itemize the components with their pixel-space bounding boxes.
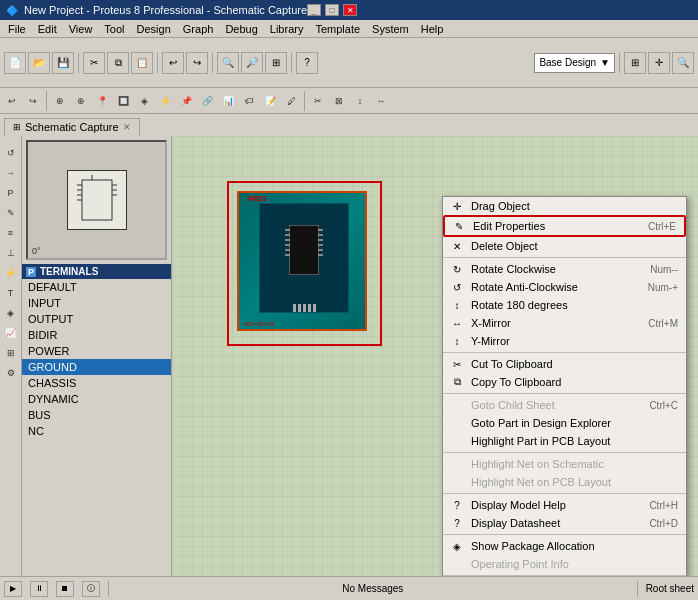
tb2-btn10[interactable]: 🔗	[197, 91, 217, 111]
menu-item-design[interactable]: Design	[131, 22, 177, 36]
ctx-item-show-package[interactable]: ◈Show Package Allocation	[443, 537, 686, 555]
tb2-btn18[interactable]: ↔	[371, 91, 391, 111]
zoom2-btn[interactable]: 🔍	[672, 52, 694, 74]
tab-label: Schematic Capture	[25, 121, 119, 133]
tb2-btn17[interactable]: ↕	[350, 91, 370, 111]
tb2-btn9[interactable]: 📌	[176, 91, 196, 111]
maximize-button[interactable]: □	[325, 4, 339, 16]
zoom-out-btn[interactable]: 🔎	[241, 52, 263, 74]
play-button[interactable]: ▶	[4, 581, 22, 597]
lt-terminal-btn[interactable]: ⊥	[2, 244, 20, 262]
arduino-board[interactable]: ARD1	[237, 191, 367, 331]
grid-btn[interactable]: ⊞	[624, 52, 646, 74]
ctx-item-drag-object[interactable]: ✛Drag Object	[443, 197, 686, 215]
tb2-btn3[interactable]: ⊕	[50, 91, 70, 111]
terminal-item-power[interactable]: POWER	[22, 343, 171, 359]
open-btn[interactable]: 📂	[28, 52, 50, 74]
ctx-label-rotate-180: Rotate 180 degrees	[471, 299, 568, 311]
lt-text-btn[interactable]: T	[2, 284, 20, 302]
tb2-btn4[interactable]: ⊕	[71, 91, 91, 111]
new-btn[interactable]: 📄	[4, 52, 26, 74]
terminal-item-default[interactable]: DEFAULT	[22, 279, 171, 295]
terminal-item-input[interactable]: INPUT	[22, 295, 171, 311]
canvas-area[interactable]: ARD1	[172, 136, 698, 576]
move-btn[interactable]: ✛	[648, 52, 670, 74]
pause-button[interactable]: ⏸	[30, 581, 48, 597]
terminal-item-dynamic[interactable]: DYNAMIC	[22, 391, 171, 407]
tab-schematic-capture[interactable]: ⊞ Schematic Capture ✕	[4, 118, 140, 136]
undo-btn[interactable]: ↩	[162, 52, 184, 74]
lt-select-btn[interactable]: ↺	[2, 144, 20, 162]
tb2-btn11[interactable]: 📊	[218, 91, 238, 111]
ctx-shortcut-display-model: Ctrl+H	[649, 500, 678, 511]
info-button[interactable]: ⓘ	[82, 581, 100, 597]
tb2-btn14[interactable]: 🖊	[281, 91, 301, 111]
ctx-separator	[443, 352, 686, 353]
tb2-btn15[interactable]: ✂	[308, 91, 328, 111]
window-controls[interactable]: _ □ ✕	[307, 4, 357, 16]
stop-button[interactable]: ⏹	[56, 581, 74, 597]
minimize-button[interactable]: _	[307, 4, 321, 16]
ctx-item-edit-properties[interactable]: ✎Edit PropertiesCtrl+E	[443, 215, 686, 237]
tb2-btn2[interactable]: ↪	[23, 91, 43, 111]
menu-item-help[interactable]: Help	[415, 22, 450, 36]
lt-generator-btn[interactable]: ⚙	[2, 364, 20, 382]
ctx-item-display-model[interactable]: ?Display Model HelpCtrl+H	[443, 496, 686, 514]
tb2-btn6[interactable]: 🔲	[113, 91, 133, 111]
close-button[interactable]: ✕	[343, 4, 357, 16]
lt-place-btn[interactable]: P	[2, 184, 20, 202]
ctx-item-highlight-pcb[interactable]: Highlight Part in PCB Layout	[443, 432, 686, 450]
tb2-btn13[interactable]: 📝	[260, 91, 280, 111]
fit-btn[interactable]: ⊞	[265, 52, 287, 74]
ctx-item-display-datasheet[interactable]: ?Display DatasheetCtrl+D	[443, 514, 686, 532]
tb2-btn8[interactable]: ⚡	[155, 91, 175, 111]
tb2-btn12[interactable]: 🏷	[239, 91, 259, 111]
ctx-item-rotate-acw[interactable]: ↺Rotate Anti-ClockwiseNum-+	[443, 278, 686, 296]
ctx-item-cut-clipboard[interactable]: ✂Cut To Clipboard	[443, 355, 686, 373]
help-btn[interactable]: ?	[296, 52, 318, 74]
ctx-item-op-point: Operating Point Info	[443, 555, 686, 573]
redo-btn[interactable]: ↪	[186, 52, 208, 74]
terminals-title: TERMINALS	[40, 266, 98, 277]
lt-power-btn[interactable]: ⚡	[2, 264, 20, 282]
menu-item-view[interactable]: View	[63, 22, 99, 36]
zoom-in-btn[interactable]: 🔍	[217, 52, 239, 74]
menu-item-debug[interactable]: Debug	[219, 22, 263, 36]
terminal-item-bidir[interactable]: BIDIR	[22, 327, 171, 343]
menu-item-file[interactable]: File	[2, 22, 32, 36]
menu-item-template[interactable]: Template	[309, 22, 366, 36]
base-design-dropdown[interactable]: Base Design ▼	[534, 53, 615, 73]
ctx-item-rotate-180[interactable]: ↕Rotate 180 degrees	[443, 296, 686, 314]
paste-btn[interactable]: 📋	[131, 52, 153, 74]
tb2-btn7[interactable]: ◈	[134, 91, 154, 111]
ctx-item-goto-part[interactable]: Goto Part in Design Explorer	[443, 414, 686, 432]
tab-close-icon[interactable]: ✕	[123, 122, 131, 132]
tb2-btn5[interactable]: 📍	[92, 91, 112, 111]
terminal-item-ground[interactable]: GROUND	[22, 359, 171, 375]
menu-item-library[interactable]: Library	[264, 22, 310, 36]
ctx-item-delete-object[interactable]: ✕Delete Object	[443, 237, 686, 255]
tb2-btn16[interactable]: ⊠	[329, 91, 349, 111]
terminal-item-bus[interactable]: BUS	[22, 407, 171, 423]
tb2-btn1[interactable]: ↩	[2, 91, 22, 111]
copy-btn[interactable]: ⧉	[107, 52, 129, 74]
terminal-item-nc[interactable]: NC	[22, 423, 171, 439]
menu-item-graph[interactable]: Graph	[177, 22, 220, 36]
ctx-item-x-mirror[interactable]: ↔X-MirrorCtrl+M	[443, 314, 686, 332]
lt-arrow-btn[interactable]: →	[2, 164, 20, 182]
lt-wire-btn[interactable]: ✎	[2, 204, 20, 222]
ctx-item-rotate-cw[interactable]: ↻Rotate ClockwiseNum--	[443, 260, 686, 278]
lt-graph-btn[interactable]: 📈	[2, 324, 20, 342]
menu-item-tool[interactable]: Tool	[98, 22, 130, 36]
ctx-item-y-mirror[interactable]: ↕Y-Mirror	[443, 332, 686, 350]
cut-btn[interactable]: ✂	[83, 52, 105, 74]
ctx-item-copy-clipboard[interactable]: ⧉Copy To Clipboard	[443, 373, 686, 391]
lt-probe-btn[interactable]: ◈	[2, 304, 20, 322]
lt-bus-btn[interactable]: ≡	[2, 224, 20, 242]
menu-item-edit[interactable]: Edit	[32, 22, 63, 36]
lt-tape-btn[interactable]: ⊞	[2, 344, 20, 362]
terminal-item-chassis[interactable]: CHASSIS	[22, 375, 171, 391]
save-btn[interactable]: 💾	[52, 52, 74, 74]
terminal-item-output[interactable]: OUTPUT	[22, 311, 171, 327]
menu-item-system[interactable]: System	[366, 22, 415, 36]
